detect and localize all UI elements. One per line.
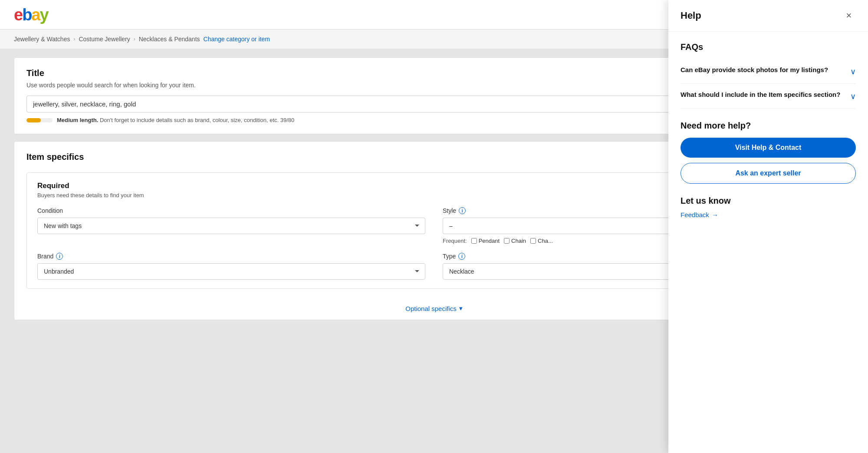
breadcrumb-sep-1: › [73, 36, 75, 42]
visit-help-contact-button[interactable]: Visit Help & Contact [681, 138, 856, 158]
quality-text: Medium length. Don't forget to include d… [57, 117, 294, 123]
type-info-icon[interactable]: i [458, 253, 465, 260]
feedback-link[interactable]: Feedback → [681, 211, 718, 218]
cha-checkbox[interactable] [530, 238, 536, 244]
logo-a: a [31, 7, 39, 23]
style-info-icon[interactable]: i [459, 207, 466, 214]
faqs-title: FAQs [681, 42, 856, 52]
faq-question-2: What should I include in the Item specif… [681, 91, 850, 98]
freq-tag-cha[interactable]: Cha... [530, 238, 553, 244]
brand-select[interactable]: Unbranded [37, 263, 425, 280]
quality-fill [26, 118, 41, 122]
breadcrumb-sep-2: › [134, 36, 135, 42]
cha-label: Cha... [538, 238, 553, 244]
pendant-checkbox[interactable] [471, 238, 477, 244]
chain-label: Chain [511, 238, 526, 244]
faq-item-1[interactable]: Can eBay provide stock photos for my lis… [681, 59, 856, 84]
quality-bar [26, 118, 53, 122]
help-panel-body: FAQs Can eBay provide stock photos for m… [668, 32, 868, 453]
need-more-help-title: Need more help? [681, 121, 856, 131]
breadcrumb-item-3: Necklaces & Pendants [139, 36, 200, 43]
freq-tag-chain[interactable]: Chain [504, 238, 526, 244]
ebay-logo: e b a y [14, 7, 48, 23]
faq-item-2[interactable]: What should I include in the Item specif… [681, 84, 856, 109]
condition-label: Condition [37, 207, 425, 214]
breadcrumb-item-2: Costume Jewellery [79, 36, 130, 43]
faq-chevron-1: ∨ [850, 67, 856, 76]
brand-group: Brand i Unbranded [37, 253, 425, 280]
let-us-know-title: Let us know [681, 196, 856, 206]
ask-expert-seller-button[interactable]: Ask an expert seller [681, 163, 856, 184]
condition-group: Condition New with tags New without tags… [37, 207, 425, 244]
help-panel: Help × FAQs Can eBay provide stock photo… [668, 0, 868, 453]
optional-specifics-link[interactable]: Optional specifics ▾ [405, 304, 463, 312]
brand-info-icon[interactable]: i [56, 253, 63, 260]
brand-label: Brand i [37, 253, 425, 260]
condition-select[interactable]: New with tags New without tags New with … [37, 218, 425, 234]
logo-e: e [14, 7, 22, 23]
logo-b: b [22, 7, 31, 23]
help-panel-header: Help × [668, 0, 868, 32]
pendant-label: Pendant [479, 238, 500, 244]
feedback-arrow-icon: → [712, 211, 718, 218]
help-close-button[interactable]: × [842, 9, 856, 23]
faq-question-1: Can eBay provide stock photos for my lis… [681, 66, 850, 73]
change-category-link[interactable]: Change category or item [204, 36, 270, 43]
logo-y: y [40, 7, 48, 23]
help-panel-title: Help [681, 10, 701, 21]
faq-chevron-2: ∨ [850, 92, 856, 101]
breadcrumb-item-1: Jewellery & Watches [14, 36, 70, 43]
frequent-label: Frequent: [443, 238, 467, 244]
chain-checkbox[interactable] [504, 238, 510, 244]
optional-chevron-icon: ▾ [459, 304, 463, 312]
freq-tag-pendant[interactable]: Pendant [471, 238, 500, 244]
